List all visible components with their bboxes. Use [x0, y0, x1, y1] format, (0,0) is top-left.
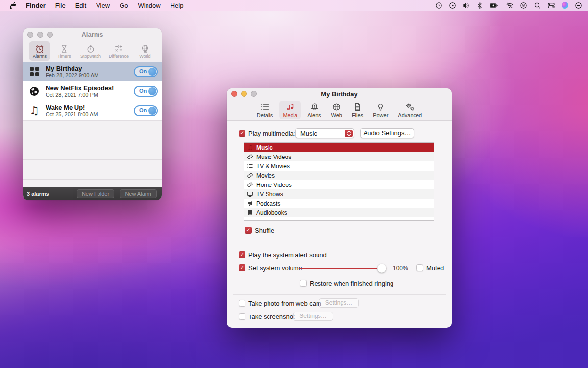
volume-icon[interactable] [463, 0, 470, 11]
search-icon[interactable] [534, 0, 541, 11]
tab-world[interactable]: World [134, 41, 156, 61]
shuffle-checkbox[interactable] [245, 227, 252, 234]
tab-difference[interactable]: Difference [106, 41, 131, 61]
menu-edit[interactable]: Edit [71, 0, 91, 11]
tab-web[interactable]: Web [327, 101, 345, 119]
grid-icon [23, 66, 46, 77]
music-note-icon: ♫ [246, 144, 254, 151]
tab-power[interactable]: Power [369, 101, 392, 119]
restore-checkbox[interactable] [300, 280, 307, 287]
wifi-off-icon[interactable] [506, 0, 514, 11]
media-list-item[interactable]: Home Videos [244, 180, 434, 189]
media-type-select[interactable]: Music [295, 128, 354, 138]
media-list-item[interactable]: Music Videos [244, 152, 434, 161]
menu-file[interactable]: File [50, 0, 71, 11]
close-button[interactable] [27, 32, 33, 38]
zoom-button[interactable] [47, 32, 53, 38]
tab-label: Details [257, 112, 273, 118]
toggle-knob [148, 68, 156, 76]
settings-toolbar: Details Media Alerts Web [227, 99, 452, 121]
menu-go[interactable]: Go [115, 0, 133, 11]
window-controls [231, 91, 257, 97]
new-alarm-button[interactable]: New Alarm [120, 189, 157, 198]
photo-settings-button[interactable]: Settings… [319, 298, 359, 308]
tab-advanced[interactable]: Advanced [394, 101, 425, 119]
media-list-item[interactable]: Podcasts [244, 199, 434, 208]
section-divider [233, 244, 446, 244]
play-multimedia-checkbox[interactable] [239, 130, 245, 137]
tab-label: Web [331, 112, 342, 118]
media-type-value: Music [300, 130, 317, 137]
zoom-button[interactable] [251, 91, 257, 97]
media-list-item[interactable]: Movies [244, 171, 434, 180]
alarm-list: My Birthday Feb 28, 2022 9:00 AM On New … [23, 62, 162, 187]
user-circle-icon[interactable] [520, 0, 527, 11]
minimize-button[interactable] [241, 91, 247, 97]
close-button[interactable] [231, 91, 237, 97]
take-photo-checkbox[interactable] [239, 300, 245, 307]
alarm-list-item[interactable]: New NetFlix Episodes! Oct 28, 2021 7:00 … [23, 81, 162, 101]
alert-sound-checkbox[interactable] [239, 251, 245, 258]
music-notes-icon [285, 102, 295, 112]
alert-sound-label: Play the system alert sound [248, 251, 327, 259]
media-list-item[interactable]: TV & Movies [244, 161, 434, 171]
media-list-item[interactable]: ♫ Music [244, 143, 434, 152]
system-volume-label: Set system volume [248, 264, 302, 272]
control-center-icon[interactable] [547, 0, 555, 11]
siri-icon[interactable] [562, 0, 568, 11]
alarm-count: 3 alarms [23, 191, 49, 197]
document-icon [352, 102, 363, 112]
media-list-item[interactable]: TV Shows [244, 189, 434, 199]
volume-slider[interactable] [299, 264, 386, 273]
take-photo-label: Take photo from web cam [248, 300, 321, 307]
take-screenshot-checkbox[interactable] [239, 313, 245, 320]
menu-app-name[interactable]: Finder [21, 0, 50, 11]
do-not-disturb-icon[interactable] [575, 0, 582, 11]
slider-knob[interactable] [377, 264, 386, 273]
system-volume-checkbox[interactable] [239, 264, 245, 271]
alarm-toggle[interactable]: On [134, 86, 158, 97]
toggle-label: On [139, 68, 147, 74]
tab-stopwatch[interactable]: Stopwatch [78, 41, 103, 61]
gears-icon [405, 102, 415, 112]
menu-view[interactable]: View [91, 0, 115, 11]
alarm-list-item[interactable]: My Birthday Feb 28, 2022 9:00 AM On [23, 62, 162, 81]
play-circle-icon[interactable] [449, 0, 456, 11]
alarms-window: Alarms Alarms Timers Stopwatch [23, 28, 162, 200]
apple-menu-icon[interactable] [5, 0, 21, 11]
restore-label: Restore when finished ringing [310, 280, 393, 287]
math-difference-icon [114, 44, 124, 53]
tab-label: Alerts [307, 112, 321, 118]
tab-details[interactable]: Details [253, 101, 277, 119]
bluetooth-icon[interactable] [477, 0, 483, 11]
tab-label: Power [373, 112, 388, 118]
alarm-toggle[interactable]: On [134, 105, 158, 116]
media-list-item[interactable]: Audiobooks [244, 208, 434, 217]
minimize-button[interactable] [37, 32, 43, 38]
list-icon [246, 163, 254, 169]
menu-bar: Finder File Edit View Go Window Help [0, 0, 588, 11]
menu-help[interactable]: Help [166, 0, 189, 11]
audio-settings-button[interactable]: Audio Settings… [360, 128, 414, 138]
tab-label: Advanced [398, 112, 422, 118]
menu-window[interactable]: Window [133, 0, 165, 11]
new-folder-button[interactable]: New Folder [77, 189, 114, 198]
alarm-settings-window: My Birthday Details Media Alerts [227, 88, 452, 328]
muted-label: Muted [426, 264, 444, 272]
muted-checkbox[interactable] [416, 264, 423, 271]
world-globe-icon [140, 44, 150, 53]
clock-icon[interactable] [435, 0, 442, 11]
battery-charging-icon[interactable] [489, 0, 499, 11]
tab-timers[interactable]: Timers [53, 41, 75, 61]
window-controls [27, 32, 53, 38]
tab-alarms[interactable]: Alarms [29, 41, 50, 61]
bell-alert-icon [309, 102, 319, 112]
tab-label: Media [283, 112, 297, 118]
screenshot-settings-button[interactable]: Settings… [293, 312, 333, 321]
tab-files[interactable]: Files [348, 101, 367, 119]
tab-alerts[interactable]: Alerts [304, 101, 324, 119]
alarm-toggle[interactable]: On [134, 66, 158, 77]
play-multimedia-label: Play multimedia: [248, 130, 295, 137]
tab-media[interactable]: Media [279, 101, 301, 119]
alarm-list-item[interactable]: ♫ Wake Me Up! Oct 25, 2021 8:00 AM On [23, 101, 162, 121]
